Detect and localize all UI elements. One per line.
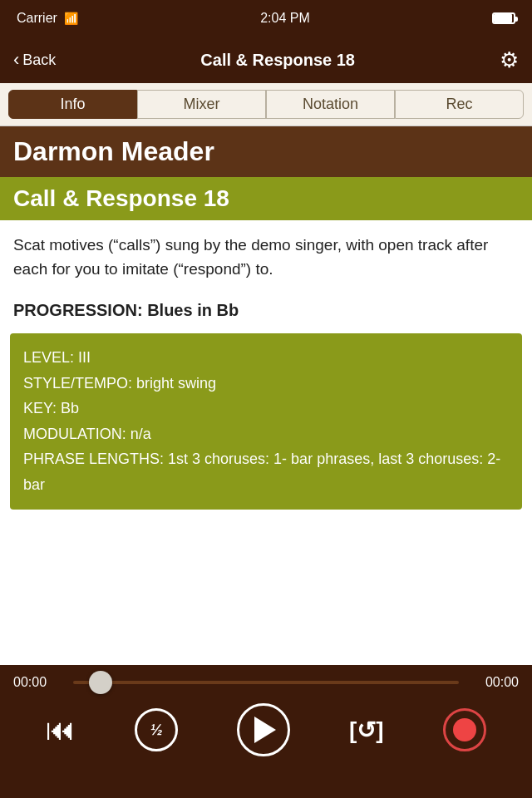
play-icon [254, 717, 276, 743]
record-button[interactable] [443, 708, 486, 751]
loop-button[interactable]: [↺] [349, 717, 384, 744]
progress-track[interactable] [73, 681, 459, 684]
nav-title: Call & Response 18 [56, 51, 500, 70]
description: Scat motives (“calls”) sung by the demo … [0, 220, 532, 294]
half-speed-button[interactable]: ½ [135, 708, 178, 751]
battery-icon [492, 12, 515, 24]
song-title: Call & Response 18 [0, 177, 532, 220]
progression-label: PROGRESSION: Blues in Bb [0, 294, 532, 333]
tab-info[interactable]: Info [8, 90, 137, 119]
detail-modulation: MODULATION: n/a [23, 421, 509, 447]
carrier-label: Carrier [17, 11, 57, 26]
gear-icon[interactable]: ⚙ [500, 47, 519, 73]
detail-style: STYLE/TEMPO: bright swing [23, 371, 509, 397]
artist-name: Darmon Meader [0, 126, 532, 177]
progress-thumb[interactable] [89, 671, 112, 694]
controls-row: ⏮ ½ [↺] [0, 693, 532, 766]
time-label: 2:04 PM [260, 11, 310, 26]
nav-bar: ‹ Back Call & Response 18 ⚙ [0, 37, 532, 83]
tab-notation[interactable]: Notation [266, 90, 395, 119]
tab-mixer[interactable]: Mixer [137, 90, 266, 119]
back-label: Back [22, 52, 56, 69]
detail-key: KEY: Bb [23, 396, 509, 421]
back-button[interactable]: ‹ Back [13, 49, 56, 71]
play-button[interactable] [237, 703, 290, 756]
chevron-left-icon: ‹ [13, 49, 19, 71]
time-start: 00:00 [13, 675, 63, 690]
progress-row: 00:00 00:00 [0, 665, 532, 693]
skip-back-button[interactable]: ⏮ [46, 712, 76, 747]
half-speed-label: ½ [150, 722, 163, 739]
content-area: Darmon Meader Call & Response 18 Scat mo… [0, 126, 532, 715]
record-icon [453, 718, 476, 741]
wifi-icon: 📶 [64, 12, 78, 25]
detail-phrase-lengths: PHRASE LENGTHS: 1st 3 choruses: 1- bar p… [23, 446, 509, 497]
tab-rec[interactable]: Rec [395, 90, 524, 119]
tab-bar: Info Mixer Notation Rec [0, 83, 532, 126]
details-box: LEVEL: III STYLE/TEMPO: bright swing KEY… [10, 333, 522, 510]
player-bar: 00:00 00:00 ⏮ ½ [↺] [0, 665, 532, 798]
loop-icon: [↺] [349, 717, 384, 744]
skip-back-icon: ⏮ [46, 712, 76, 747]
status-bar: Carrier 📶 2:04 PM [0, 0, 532, 37]
detail-level: LEVEL: III [23, 345, 509, 371]
status-left: Carrier 📶 [17, 11, 78, 26]
time-end: 00:00 [469, 675, 519, 690]
